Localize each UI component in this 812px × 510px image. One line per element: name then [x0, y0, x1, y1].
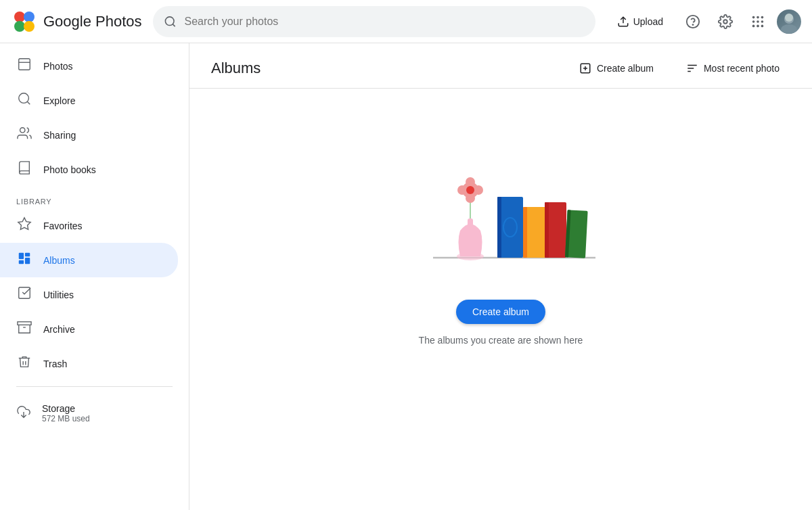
page-header: Albums Create album Most — [189, 43, 812, 89]
sidebar-utilities-label: Utilities — [43, 289, 74, 300]
svg-rect-57 — [545, 202, 549, 258]
upload-button[interactable]: Upload — [606, 10, 674, 33]
utilities-icon — [16, 285, 32, 304]
sidebar-archive-label: Archive — [43, 324, 75, 335]
svg-point-12 — [761, 16, 764, 18]
avatar[interactable] — [777, 9, 801, 34]
svg-point-46 — [457, 185, 467, 195]
svg-point-10 — [752, 16, 755, 18]
svg-point-48 — [466, 177, 475, 187]
settings-button[interactable] — [712, 8, 739, 35]
sidebar-item-albums[interactable]: Albums — [0, 243, 178, 277]
photobooks-icon — [16, 160, 32, 179]
app-name: Google Photos — [43, 13, 142, 30]
layout: Photos Explore — [0, 43, 812, 510]
svg-point-47 — [474, 185, 483, 195]
upload-icon — [617, 16, 629, 28]
search-input[interactable] — [185, 16, 585, 28]
svg-point-24 — [19, 93, 29, 103]
svg-rect-43 — [468, 218, 473, 227]
sidebar-item-archive[interactable]: Archive — [0, 312, 178, 346]
logo[interactable]: Google Photos — [11, 8, 142, 35]
header: Google Photos Upload — [0, 0, 812, 43]
svg-point-26 — [20, 128, 25, 133]
sidebar-item-photos[interactable]: Photos — [0, 49, 178, 83]
sharing-icon — [16, 126, 32, 144]
svg-point-17 — [757, 24, 759, 27]
svg-point-3 — [24, 21, 35, 32]
albums-icon — [16, 251, 32, 269]
svg-point-1 — [24, 11, 35, 22]
svg-line-25 — [27, 101, 30, 104]
svg-rect-28 — [19, 253, 24, 259]
sidebar-favorites-label: Favorites — [43, 221, 83, 231]
svg-point-49 — [466, 193, 475, 203]
sidebar-item-explore[interactable]: Explore — [0, 83, 178, 118]
most-recent-button[interactable]: Most recent photo — [675, 57, 790, 80]
svg-rect-32 — [19, 287, 30, 299]
svg-point-16 — [752, 24, 755, 27]
apps-button[interactable] — [744, 8, 771, 35]
sidebar-item-trash[interactable]: Trash — [0, 346, 178, 381]
svg-point-13 — [752, 20, 755, 23]
sidebar-nav: Photos Explore — [0, 49, 189, 187]
svg-point-50 — [466, 186, 474, 194]
sidebar-albums-label: Albums — [43, 255, 75, 266]
archive-icon — [16, 320, 32, 338]
storage-label: Storage — [42, 403, 90, 414]
create-album-header-label: Create album — [597, 63, 654, 74]
settings-icon — [718, 14, 733, 29]
svg-point-9 — [723, 20, 727, 24]
empty-state-description: The albums you create are shown here — [419, 335, 583, 346]
help-button[interactable] — [679, 8, 706, 35]
svg-marker-27 — [18, 218, 30, 229]
svg-rect-33 — [18, 322, 31, 325]
sidebar-item-sharing[interactable]: Sharing — [0, 118, 178, 152]
svg-point-11 — [757, 16, 759, 18]
svg-point-2 — [14, 21, 25, 32]
upload-label: Upload — [633, 16, 663, 27]
create-album-button[interactable]: Create album — [456, 300, 545, 324]
sidebar-item-utilities[interactable]: Utilities — [0, 277, 178, 312]
svg-point-4 — [165, 16, 174, 25]
library-section-label: LIBRARY — [0, 187, 189, 208]
svg-rect-22 — [19, 59, 30, 70]
sidebar-photos-label: Photos — [43, 61, 73, 72]
empty-state: Create album The albums you create are s… — [189, 89, 812, 386]
apps-icon — [750, 14, 765, 29]
sidebar-trash-label: Trash — [43, 358, 67, 369]
storage-icon — [16, 404, 31, 423]
page-actions: Create album Most recent photo — [568, 57, 790, 80]
svg-rect-31 — [19, 260, 24, 264]
trash-icon — [16, 354, 32, 373]
most-recent-label: Most recent photo — [704, 63, 780, 74]
empty-illustration — [392, 129, 609, 278]
sidebar-explore-label: Explore — [43, 95, 75, 106]
search-bar[interactable] — [153, 6, 595, 37]
photos-icon — [16, 57, 32, 75]
sort-icon — [686, 62, 698, 74]
svg-line-5 — [173, 24, 175, 26]
svg-point-15 — [761, 20, 764, 23]
sidebar-divider — [16, 386, 173, 387]
favorites-icon — [16, 216, 32, 235]
explore-icon — [16, 91, 32, 110]
create-album-button-label: Create album — [472, 306, 529, 317]
sidebar-item-photobooks[interactable]: Photo books — [0, 152, 178, 187]
search-icon — [164, 15, 177, 28]
header-actions: Upload — [606, 8, 801, 35]
page-title: Albums — [211, 60, 261, 77]
main-content: Albums Create album Most — [189, 43, 812, 510]
sidebar-sharing-label: Sharing — [43, 130, 76, 141]
svg-rect-55 — [523, 207, 527, 258]
svg-point-14 — [757, 20, 759, 23]
sidebar-item-favorites[interactable]: Favorites — [0, 208, 178, 243]
svg-rect-29 — [25, 253, 30, 257]
create-album-header-button[interactable]: Create album — [568, 57, 664, 80]
add-icon — [579, 62, 591, 74]
google-photos-logo-icon — [11, 8, 38, 35]
svg-point-0 — [14, 11, 25, 22]
svg-point-21 — [785, 14, 793, 22]
svg-rect-52 — [497, 197, 501, 258]
svg-rect-30 — [25, 258, 30, 264]
